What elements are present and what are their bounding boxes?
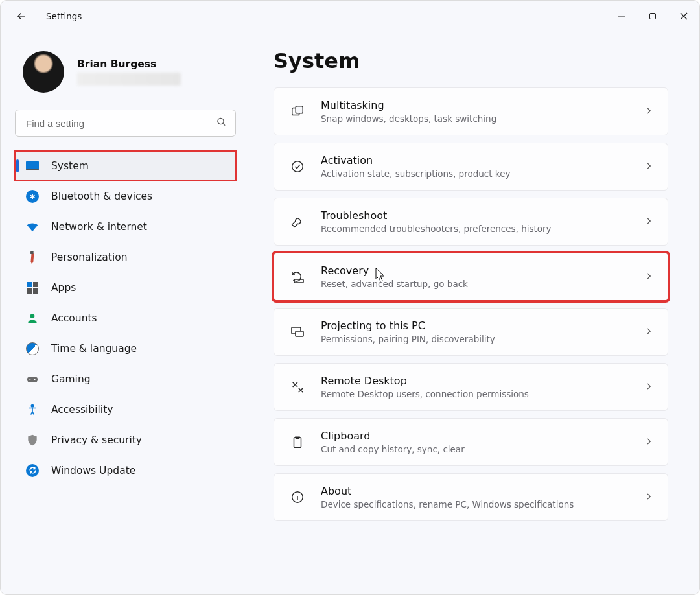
sidebar-item-gaming[interactable]: Gaming (15, 364, 236, 393)
sidebar-item-system[interactable]: System (15, 151, 236, 180)
svg-rect-1 (650, 14, 656, 19)
recovery-icon (288, 268, 307, 286)
back-button[interactable] (8, 3, 34, 29)
chevron-right-icon (644, 491, 653, 504)
minimize-button[interactable] (606, 3, 637, 29)
sidebar-item-accessibility[interactable]: Accessibility (15, 395, 236, 424)
wrench-icon (288, 213, 307, 231)
sidebar-item-label: Bluetooth & devices (51, 191, 152, 202)
maximize-button[interactable] (637, 3, 668, 29)
svg-rect-8 (27, 377, 38, 382)
card-projecting[interactable]: Projecting to this PC Permissions, pairi… (274, 308, 668, 356)
svg-point-10 (34, 379, 36, 380)
projecting-icon (288, 323, 307, 341)
sidebar-item-label: Apps (51, 282, 76, 294)
sidebar-item-network[interactable]: Network & internet (15, 212, 236, 241)
chevron-right-icon (644, 161, 653, 173)
card-title: Multitasking (321, 99, 496, 113)
sidebar-item-update[interactable]: Windows Update (15, 456, 236, 485)
card-title: Activation (321, 154, 510, 168)
profile-name: Brian Burgess (77, 58, 181, 70)
card-recovery[interactable]: Recovery Reset, advanced startup, go bac… (274, 253, 668, 301)
close-button[interactable] (668, 3, 699, 29)
wifi-icon (25, 220, 40, 234)
card-clipboard[interactable]: Clipboard Cut and copy history, sync, cl… (274, 418, 668, 466)
svg-point-4 (218, 118, 224, 124)
svg-point-9 (29, 379, 30, 380)
window-controls (606, 3, 699, 29)
card-sub: Device specifications, rename PC, Window… (321, 499, 574, 509)
system-icon (25, 159, 40, 173)
card-title: Remote Desktop (321, 375, 529, 388)
content: Brian Burgess System ∗ Bluetooth & devic… (1, 32, 699, 594)
card-sub: Reset, advanced startup, go back (321, 279, 468, 289)
sidebar-item-label: Accounts (51, 312, 97, 324)
card-multitasking[interactable]: Multitasking Snap windows, desktops, tas… (274, 88, 668, 135)
sidebar-item-label: Time & language (51, 343, 137, 355)
card-sub: Recommended troubleshooters, preferences… (321, 224, 552, 234)
remote-desktop-icon (288, 378, 307, 396)
svg-point-11 (31, 404, 33, 406)
sidebar-item-label: Gaming (51, 373, 91, 385)
sidebar-item-time[interactable]: Time & language (15, 334, 236, 363)
bluetooth-icon: ∗ (25, 189, 40, 204)
sidebar-item-bluetooth[interactable]: ∗ Bluetooth & devices (15, 181, 236, 211)
sidebar-item-label: Privacy & security (51, 434, 142, 446)
close-icon (680, 12, 688, 20)
card-sub: Remote Desktop users, connection permiss… (321, 389, 529, 399)
svg-rect-13 (296, 106, 303, 113)
window-title: Settings (46, 11, 82, 21)
search-wrap (15, 110, 236, 137)
sidebar-item-apps[interactable]: Apps (15, 273, 236, 302)
maximize-icon (649, 12, 657, 20)
chevron-right-icon (644, 436, 653, 449)
svg-rect-6 (30, 251, 34, 254)
arrow-left-icon (16, 10, 27, 22)
svg-line-5 (223, 123, 225, 125)
card-title: Projecting to this PC (321, 320, 495, 333)
chevron-right-icon (644, 106, 653, 118)
card-sub: Activation state, subscriptions, product… (321, 169, 510, 179)
chevron-right-icon (644, 381, 653, 393)
chevron-right-icon (644, 326, 653, 338)
card-sub: Cut and copy history, sync, clear (321, 444, 465, 454)
profile-email-redacted (77, 73, 181, 86)
card-title: Clipboard (321, 430, 465, 443)
sidebar-item-label: Accessibility (51, 404, 113, 415)
accessibility-icon (25, 402, 40, 417)
sidebar-item-personalization[interactable]: Personalization (15, 242, 236, 272)
titlebar: Settings (1, 1, 699, 32)
clock-globe-icon (25, 342, 40, 356)
shield-icon (25, 433, 40, 447)
avatar (23, 51, 64, 93)
brush-icon (23, 247, 43, 267)
sidebar-item-accounts[interactable]: Accounts (15, 303, 236, 332)
card-sub: Permissions, pairing PIN, discoverabilit… (321, 334, 495, 344)
card-title: Troubleshoot (321, 209, 552, 223)
card-about[interactable]: About Device specifications, rename PC, … (274, 473, 668, 521)
person-icon (25, 311, 40, 325)
sidebar-item-privacy[interactable]: Privacy & security (15, 425, 236, 454)
sidebar-item-label: Personalization (51, 251, 128, 263)
svg-point-14 (292, 161, 303, 172)
check-circle-icon (288, 158, 307, 176)
sidebar: Brian Burgess System ∗ Bluetooth & devic… (1, 32, 250, 594)
profile[interactable]: Brian Burgess (15, 51, 236, 93)
main-panel: System Multitasking Snap windows, deskto… (250, 32, 699, 594)
search-input[interactable] (15, 110, 236, 137)
search-icon (216, 117, 227, 130)
sidebar-item-label: Network & internet (51, 221, 147, 233)
profile-text: Brian Burgess (77, 58, 181, 86)
card-remote[interactable]: Remote Desktop Remote Desktop users, con… (274, 363, 668, 411)
settings-window: Settings Brian Burgess (0, 0, 700, 595)
svg-point-7 (30, 314, 35, 318)
card-troubleshoot[interactable]: Troubleshoot Recommended troubleshooters… (274, 198, 668, 246)
gamepad-icon (25, 372, 40, 386)
multitasking-icon (288, 102, 307, 121)
info-icon (288, 488, 307, 506)
apps-icon (25, 281, 40, 295)
minimize-icon (618, 12, 625, 20)
chevron-right-icon (644, 216, 653, 228)
sidebar-item-label: System (51, 160, 89, 172)
card-activation[interactable]: Activation Activation state, subscriptio… (274, 143, 668, 191)
